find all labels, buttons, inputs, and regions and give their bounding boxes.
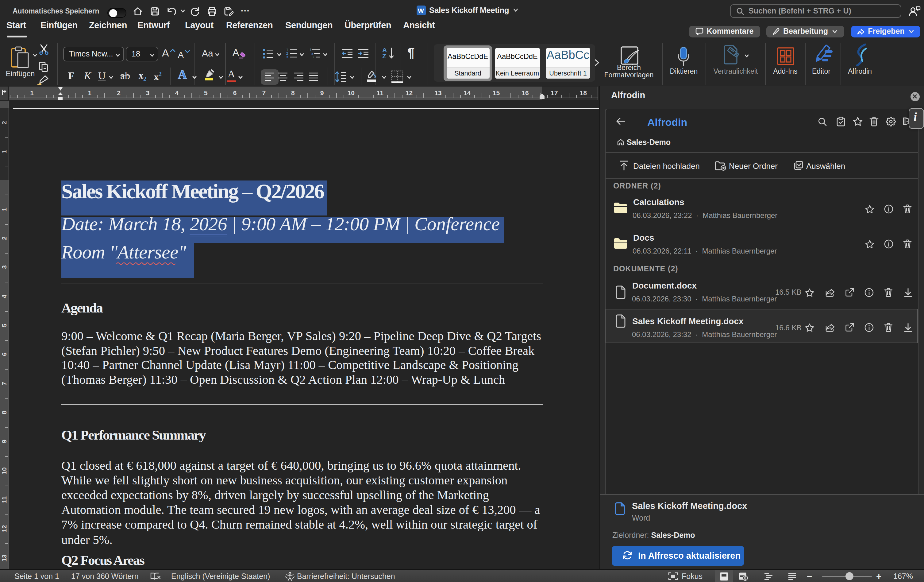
svg-text:1: 1 [309, 48, 311, 51]
svg-text:a: a [311, 52, 313, 55]
svg-text:1: 1 [286, 48, 288, 51]
svg-text:2: 2 [286, 51, 288, 55]
svg-text:i: i [313, 56, 313, 59]
svg-text:3: 3 [286, 55, 288, 59]
